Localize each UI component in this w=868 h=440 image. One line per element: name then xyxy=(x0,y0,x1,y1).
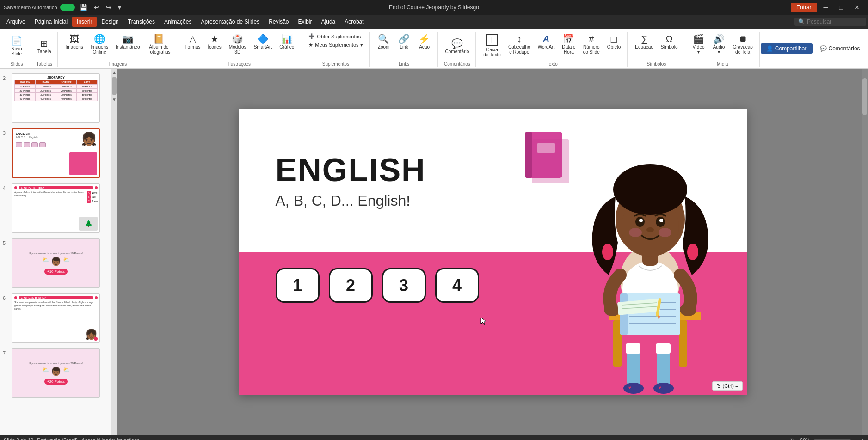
slide-image-5: If your answer is correct, you win 10 Po… xyxy=(12,238,100,288)
formas-button[interactable]: △ Formas xyxy=(182,32,203,51)
minimize-button[interactable]: ─ xyxy=(819,0,833,15)
data-hora-button[interactable]: 📅 Data eHora xyxy=(559,32,578,56)
title-bar: Salvamento Automático 💾 ↩ ↪ ▾ End of Cou… xyxy=(0,0,868,15)
slide-thumb-4[interactable]: 4 3. WHAT IS THIS? A piece of short fict… xyxy=(2,183,109,234)
meus-suplementos-button[interactable]: ★ Meus Suplementos ▾ xyxy=(306,41,365,49)
svg-point-31 xyxy=(659,219,663,222)
grafico-label: Gráfico xyxy=(279,44,294,49)
imagens-button[interactable]: 🖼 Imagens xyxy=(62,32,86,51)
smartart-button[interactable]: 🔷 SmartArt xyxy=(251,32,275,51)
redo-icon[interactable]: ↪ xyxy=(104,3,113,12)
grafico-button[interactable]: 📊 Gráfico xyxy=(277,32,297,51)
menu-animacoes[interactable]: Animações xyxy=(160,17,196,27)
slide-image-6: 2. WHERE IS SHE? She went to a place to … xyxy=(12,293,100,343)
answer-btn-3[interactable]: 3 xyxy=(382,268,426,303)
maximize-button[interactable]: □ xyxy=(835,0,848,15)
equacao-button[interactable]: ∑ Equação xyxy=(632,32,656,51)
zoom-button[interactable]: 🔍 Zoom xyxy=(375,32,393,51)
menu-revisao[interactable]: Revisão xyxy=(264,17,293,27)
canvas-scroll-thumb[interactable] xyxy=(862,78,867,115)
link-button[interactable]: 🔗 Link xyxy=(395,32,413,51)
audio-button[interactable]: 🔊 Áudio▾ xyxy=(709,32,728,56)
scroll-up-arrow[interactable]: ▲ xyxy=(111,69,117,76)
answer-btn-4[interactable]: 4 xyxy=(435,268,479,303)
menu-exibir[interactable]: Exibir xyxy=(294,17,317,27)
cabecalho-rodape-button[interactable]: ↕ Cabeçalhoe Rodapé xyxy=(505,32,533,56)
menu-inserir[interactable]: Inserir xyxy=(72,17,97,27)
svg-point-32 xyxy=(646,227,654,232)
accessibility[interactable]: Acessibilidade: Investigar xyxy=(81,437,139,440)
fit-slide-button[interactable]: ⊞ xyxy=(787,437,796,440)
album-icon: 📔 xyxy=(153,34,165,43)
customize-icon[interactable]: ▾ xyxy=(116,3,123,12)
comentario-button[interactable]: 💬 Comentário xyxy=(443,32,472,60)
caixa-texto-button[interactable]: T Caixade Texto xyxy=(480,32,504,59)
scroll-down-arrow[interactable]: ▼ xyxy=(111,96,117,103)
objeto-button[interactable]: ◻ Objeto xyxy=(604,32,623,51)
instantaneo-button[interactable]: 📷 Instantâneo xyxy=(113,32,142,51)
obter-suplementos-button[interactable]: ➕ Obter Suplementos xyxy=(306,32,365,40)
menu-apresentacao[interactable]: Apresentação de Slides xyxy=(196,17,264,27)
simbolo-button[interactable]: Ω Símbolo xyxy=(658,32,681,51)
ribbon-right: 👤 Compartilhar 💬 Comentários ▲ xyxy=(761,32,868,67)
ribbon-group-suplementos: ➕ Obter Suplementos ★ Meus Suplementos ▾… xyxy=(302,32,369,67)
equacao-icon: ∑ xyxy=(641,34,647,43)
undo-icon[interactable]: ↩ xyxy=(92,3,101,12)
scroll-thumb[interactable] xyxy=(112,77,117,95)
answer-btn-1[interactable]: 1 xyxy=(276,268,320,303)
autosave-label: Salvamento Automático xyxy=(4,5,57,10)
canvas-area[interactable]: ENGLISH A, B, C, D... English! 1 2 3 4 xyxy=(117,69,868,435)
slide-thumb-2[interactable]: 2 JEOPARDY ENGLISHMATHSCIENCEARTS 10 Pon… xyxy=(2,73,109,124)
canvas-scrollbar[interactable] xyxy=(862,69,868,435)
menu-transicoes[interactable]: Transições xyxy=(123,17,160,27)
autosave-toggle[interactable] xyxy=(60,4,75,11)
slide-thumb-3[interactable]: 3 ENGLISH A B C D... English 👧🏾 xyxy=(2,128,109,179)
icones-icon: ★ xyxy=(210,34,219,43)
imagens-online-button[interactable]: 🌐 ImagensOnline xyxy=(88,32,111,56)
zoom-in-icon[interactable]: + xyxy=(862,437,864,440)
menu-bar: Arquivo Página Inicial Inserir Design Tr… xyxy=(0,15,868,29)
window-title: End of Course Jeopardy by Slidesgo xyxy=(389,4,479,11)
suplementos-col: ➕ Obter Suplementos ★ Meus Suplementos ▾ xyxy=(306,32,365,49)
menu-arquivo[interactable]: Arquivo xyxy=(2,17,30,27)
menu-design[interactable]: Design xyxy=(97,17,123,27)
ribbon-group-items-comentarios: 💬 Comentário xyxy=(443,32,472,61)
tabela-button[interactable]: ⊞ Tabela xyxy=(35,32,54,60)
gravacao-tela-button[interactable]: ⏺ Gravaçãode Tela xyxy=(730,32,755,56)
album-button[interactable]: 📔 Álbum deFotografias xyxy=(144,32,173,56)
ribbon-group-items-simbolos: ∑ Equação Ω Símbolo xyxy=(632,32,680,61)
formas-label: Formas xyxy=(185,44,200,49)
instantaneo-label: Instantâneo xyxy=(116,44,140,49)
modelos3d-button[interactable]: 🎲 Modelos3D xyxy=(226,32,249,56)
search-box[interactable]: 🔍 xyxy=(794,18,866,26)
numero-slide-button[interactable]: # Númerodo Slide xyxy=(580,32,603,56)
icones-button[interactable]: ★ Ícones xyxy=(205,32,224,51)
close-button[interactable]: ✕ xyxy=(850,0,864,15)
video-button[interactable]: 🎬 Vídeo▾ xyxy=(689,32,708,56)
novo-slide-button[interactable]: 📄 NovoSlide xyxy=(7,32,26,60)
ribbon-group-items-texto: T Caixade Texto ↕ Cabeçalhoe Rodapé A Wo… xyxy=(480,32,623,61)
panel-scrollbar[interactable]: ▲ ▼ xyxy=(111,69,117,435)
slide-thumb-6[interactable]: 6 2. WHERE IS SHE? She went to a place t… xyxy=(2,293,109,344)
slide-thumb-5[interactable]: 5 If your answer is correct, you win 10 … xyxy=(2,238,109,289)
data-hora-icon: 📅 xyxy=(563,34,574,43)
menu-ajuda[interactable]: Ajuda xyxy=(317,17,340,27)
title-bar-left: Salvamento Automático 💾 ↩ ↪ ▾ xyxy=(4,3,123,12)
tabelas-group-label: Tabelas xyxy=(37,61,52,67)
save-icon[interactable]: 💾 xyxy=(78,3,89,12)
entrar-button[interactable]: Entrar xyxy=(791,3,817,12)
imagens-online-label: ImagensOnline xyxy=(91,44,108,55)
slide-thumb-7[interactable]: 7 If your answer is correct, you win 20 … xyxy=(2,348,109,399)
objeto-icon: ◻ xyxy=(610,34,618,43)
menu-acrobat[interactable]: Acrobat xyxy=(340,17,368,27)
comments-button[interactable]: 💬 Comentários xyxy=(816,43,864,54)
search-input[interactable] xyxy=(807,18,862,25)
answer-btn-2[interactable]: 2 xyxy=(329,268,373,303)
acao-button[interactable]: ⚡ Ação xyxy=(415,32,434,51)
wordart-button[interactable]: A WordArt xyxy=(535,32,558,51)
video-icon: 🎬 xyxy=(693,34,704,43)
share-button[interactable]: 👤 Compartilhar xyxy=(761,43,813,54)
menu-pagina-inicial[interactable]: Página Inicial xyxy=(30,17,72,27)
zoom-out-icon[interactable]: − xyxy=(855,437,857,440)
slide-num-5: 5 xyxy=(3,238,9,246)
